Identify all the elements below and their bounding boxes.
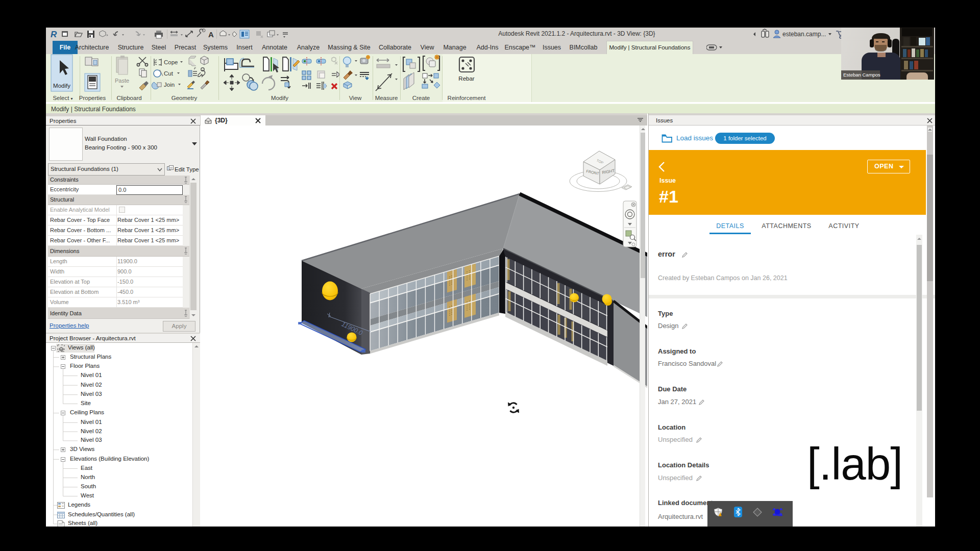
svg-text:esteban.camp...: esteban.camp...: [782, 31, 826, 38]
svg-text:Cope: Cope: [164, 59, 178, 65]
svg-text:Paste: Paste: [115, 78, 129, 84]
svg-text:Modify: Modify: [53, 83, 70, 89]
svg-text:R: R: [51, 30, 57, 39]
svg-text:Cut: Cut: [164, 70, 174, 77]
svg-text:Rebar: Rebar: [458, 76, 474, 82]
svg-text:A: A: [208, 30, 214, 39]
svg-text:Join: Join: [164, 82, 175, 88]
